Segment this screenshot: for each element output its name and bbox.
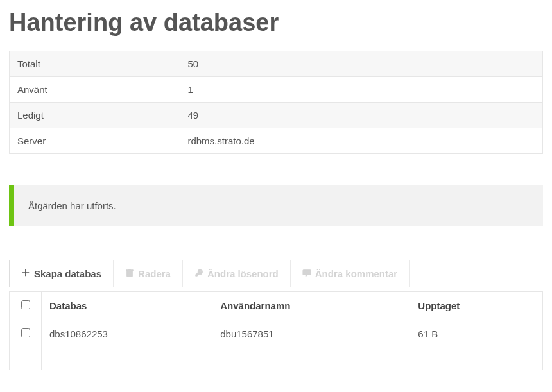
toolbar: Skapa databas Radera Ändra lösenord Ändr…	[9, 260, 543, 287]
delete-button[interactable]: Radera	[113, 260, 183, 287]
info-row-total: Totalt 50	[10, 51, 543, 77]
database-table: Databas Användarnamn Upptaget dbs1086225…	[9, 291, 543, 370]
col-used: Upptaget	[410, 292, 543, 320]
change-password-button[interactable]: Ändra lösenord	[182, 260, 291, 287]
page-title: Hantering av databaser	[9, 9, 543, 37]
delete-label: Radera	[138, 268, 171, 279]
info-row-used: Använt 1	[10, 77, 543, 103]
cell-used: 61 B	[410, 320, 543, 370]
table-row: dbs10862253 dbu1567851 61 B	[10, 320, 543, 370]
select-all-checkbox[interactable]	[21, 300, 30, 309]
success-alert: Åtgärden har utförts.	[9, 185, 543, 226]
info-label: Använt	[10, 77, 180, 103]
cell-username: dbu1567851	[212, 320, 410, 370]
select-all-header	[10, 292, 42, 320]
info-value: 1	[180, 77, 542, 103]
row-select-cell	[10, 320, 42, 370]
info-row-server: Server rdbms.strato.de	[10, 128, 543, 154]
col-username: Användarnamn	[212, 292, 410, 320]
change-comment-label: Ändra kommentar	[315, 268, 397, 279]
info-row-free: Ledigt 49	[10, 103, 543, 128]
info-table: Totalt 50 Använt 1 Ledigt 49 Server rdbm…	[9, 51, 543, 154]
change-password-label: Ändra lösenord	[207, 268, 279, 279]
info-value: 49	[180, 103, 542, 128]
row-checkbox[interactable]	[21, 328, 30, 337]
key-icon	[194, 268, 203, 279]
create-database-button[interactable]: Skapa databas	[9, 260, 114, 287]
plus-icon	[21, 268, 30, 279]
cell-database: dbs10862253	[42, 320, 212, 370]
change-comment-button[interactable]: Ändra kommentar	[290, 260, 410, 287]
info-label: Totalt	[10, 51, 180, 77]
trash-icon	[125, 268, 134, 279]
comment-icon	[302, 268, 311, 279]
info-label: Server	[10, 128, 180, 154]
info-value: 50	[180, 51, 542, 77]
create-label: Skapa databas	[34, 268, 101, 279]
info-value: rdbms.strato.de	[180, 128, 542, 154]
col-database: Databas	[42, 292, 212, 320]
info-label: Ledigt	[10, 103, 180, 128]
alert-message: Åtgärden har utförts.	[28, 200, 116, 211]
